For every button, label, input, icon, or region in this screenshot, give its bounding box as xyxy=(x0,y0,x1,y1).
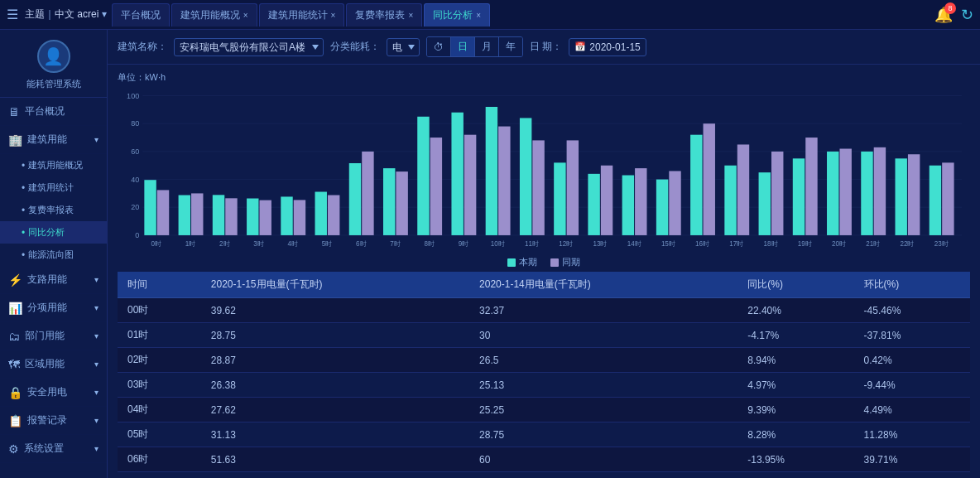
sidebar-profile: 👤 能耗管理系统 xyxy=(0,30,107,98)
svg-rect-72 xyxy=(827,152,838,235)
notification-bell[interactable]: 🔔 8 xyxy=(934,6,953,24)
table-cell: 0.42% xyxy=(854,348,970,373)
submenu-item-同比分析[interactable]: 同比分析 xyxy=(0,221,107,244)
table-cell: 9.39% xyxy=(737,398,853,422)
sidebar-item-分项用能[interactable]: 📊 分项用能 ▾ xyxy=(0,294,107,322)
sidebar-item-系统设置[interactable]: ⚙ 系统设置 ▾ xyxy=(0,435,107,463)
svg-rect-36 xyxy=(417,117,429,235)
svg-text:0: 0 xyxy=(135,231,139,239)
tab-同比分析[interactable]: 同比分析 × xyxy=(424,3,490,27)
table-row: 07时4845.635.19%-7.56% xyxy=(118,472,970,479)
svg-rect-57 xyxy=(656,180,668,235)
close-tab-icon[interactable]: × xyxy=(476,11,481,20)
svg-text:9时: 9时 xyxy=(459,239,468,247)
submenu-item-能源流向图[interactable]: 能源流向图 xyxy=(0,244,107,266)
sidebar-item-建筑用能[interactable]: 🏢 建筑用能 ▾ xyxy=(0,126,107,154)
svg-text:13时: 13时 xyxy=(593,239,607,247)
svg-rect-81 xyxy=(930,166,941,235)
svg-rect-40 xyxy=(464,135,476,235)
sidebar-label: 支路用能 xyxy=(27,273,67,287)
svg-rect-46 xyxy=(532,140,544,235)
system-name: 能耗管理系统 xyxy=(26,78,81,90)
table-cell: 06时 xyxy=(118,447,201,472)
svg-text:21时: 21时 xyxy=(866,239,880,247)
svg-rect-60 xyxy=(690,135,702,235)
tab-建筑用能统计[interactable]: 建筑用能统计 × xyxy=(259,3,345,27)
table-cell: 27.62 xyxy=(201,398,469,422)
month-btn[interactable]: 月 xyxy=(475,37,499,56)
sidebar-label: 报警记录 xyxy=(27,413,67,427)
sidebar-item-区域用能[interactable]: 🗺 区域用能 ▾ xyxy=(0,350,107,379)
close-tab-icon[interactable]: × xyxy=(408,11,413,20)
table-cell: 25.13 xyxy=(469,373,737,398)
chart-area: 0204060801000时1时2时3时4时5时6时7时8时9时10时11时12… xyxy=(118,87,970,253)
table-cell: 28.75 xyxy=(469,422,737,447)
day-btn[interactable]: 日 xyxy=(451,37,475,56)
sidebar-item-报警记录[interactable]: 📋 报警记录 ▾ xyxy=(0,407,107,435)
svg-rect-12 xyxy=(144,180,156,235)
table-cell: 25.25 xyxy=(469,398,737,422)
svg-rect-37 xyxy=(430,138,442,235)
submenu-item-建筑用统计[interactable]: 建筑用统计 xyxy=(0,176,107,199)
svg-text:22时: 22时 xyxy=(901,239,915,247)
svg-text:10时: 10时 xyxy=(491,239,505,247)
svg-rect-66 xyxy=(759,172,771,235)
sidebar-label: 系统设置 xyxy=(24,442,64,456)
sidebar-label: 区域用能 xyxy=(25,357,65,371)
svg-text:4时: 4时 xyxy=(288,239,298,247)
svg-rect-69 xyxy=(793,158,805,235)
svg-rect-18 xyxy=(213,195,224,235)
tab-建筑用能概况[interactable]: 建筑用能概况 × xyxy=(171,3,257,27)
close-tab-icon[interactable]: × xyxy=(331,11,336,20)
col-header: 环比(%) xyxy=(854,272,970,298)
year-btn[interactable]: 年 xyxy=(499,37,522,56)
sidebar-item-安全用电[interactable]: 🔒 安全用电 ▾ xyxy=(0,379,107,407)
sidebar-item-部门用能[interactable]: 🗂 部门用能 ▾ xyxy=(0,322,107,350)
table-cell: 26.38 xyxy=(201,373,469,398)
sidebar-label: 分项用能 xyxy=(27,301,67,315)
svg-rect-78 xyxy=(895,158,906,235)
sidebar-item-平台概况[interactable]: 🖥 平台概况 xyxy=(0,98,107,126)
submenu-item-复费率报表[interactable]: 复费率报表 xyxy=(0,199,107,221)
clock-btn[interactable]: ⏱ xyxy=(427,37,451,56)
svg-text:16时: 16时 xyxy=(695,239,709,247)
notification-badge: 8 xyxy=(944,2,956,14)
svg-rect-52 xyxy=(601,166,612,235)
category-select[interactable]: 电 xyxy=(387,38,420,56)
svg-rect-70 xyxy=(805,138,817,235)
svg-text:80: 80 xyxy=(131,119,139,128)
table-cell: 26.5 xyxy=(469,348,737,373)
refresh-icon[interactable]: ↻ xyxy=(961,6,973,24)
table-cell: 39.62 xyxy=(201,298,469,323)
date-input[interactable]: 📅 2020-01-15 xyxy=(569,38,646,56)
building-label: 建筑名称： xyxy=(118,40,167,54)
submenu-item-建筑用能概况[interactable]: 建筑用能概况 xyxy=(0,154,107,176)
svg-rect-58 xyxy=(669,171,680,234)
table-cell: 4.49% xyxy=(854,398,970,422)
table-cell: 51.63 xyxy=(201,447,469,472)
hamburger-icon[interactable]: ☰ xyxy=(7,7,18,22)
bar-chart: 0204060801000时1时2时3时4时5时6时7时8时9时10时11时12… xyxy=(118,87,970,253)
close-tab-icon[interactable]: × xyxy=(243,11,248,20)
tab-平台概况[interactable]: 平台概况 xyxy=(112,3,170,27)
table-cell: 07时 xyxy=(118,472,201,479)
svg-text:8时: 8时 xyxy=(424,239,434,247)
table-cell: 8.94% xyxy=(737,348,853,373)
svg-text:15时: 15时 xyxy=(661,239,675,247)
expand-arrow: ▾ xyxy=(94,275,98,284)
tab-复费率报表[interactable]: 复费率报表 × xyxy=(346,3,422,27)
calendar-icon: 📅 xyxy=(574,41,586,52)
table-cell: -13.95% xyxy=(737,447,853,472)
sidebar-icon: 🏢 xyxy=(8,133,22,147)
svg-rect-49 xyxy=(567,140,579,235)
svg-rect-73 xyxy=(839,149,851,235)
building-select[interactable]: 安科瑞电气股份有限公司A楼 xyxy=(174,38,324,56)
table-cell: 5.19% xyxy=(737,472,853,479)
svg-rect-33 xyxy=(383,168,395,235)
svg-text:3时: 3时 xyxy=(253,239,263,247)
theme-label: 主题｜中文 acrei ▾ xyxy=(25,7,107,22)
sidebar-item-支路用能[interactable]: ⚡ 支路用能 ▾ xyxy=(0,266,107,294)
svg-rect-27 xyxy=(315,192,327,235)
svg-rect-21 xyxy=(247,199,258,235)
svg-rect-76 xyxy=(874,147,886,235)
